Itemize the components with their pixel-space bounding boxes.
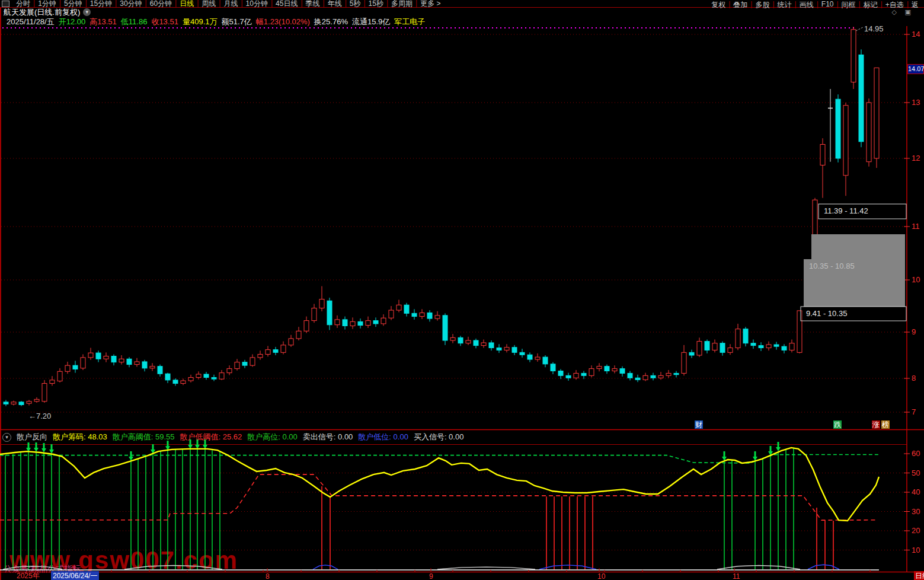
chart-tag-财[interactable]: 财 [695,420,703,429]
date-axis-row: 2025年2025/06/24/一891011日线 [0,572,924,580]
price-axis-label: 13 [912,98,920,107]
price-axis-label: 9 [912,327,916,336]
quote-field: 军工电子 [394,17,425,27]
chevron-down-icon[interactable]: ▾ [83,8,91,16]
chart-tag-涨[interactable]: 涨 [872,420,880,429]
chart-tag-榜[interactable]: 榜 [881,420,890,429]
indicator-value: 卖出信号: 0.00 [303,432,353,442]
indicator-axis-label: 30 [912,507,920,516]
quote-field: 量409.1万 [183,17,218,27]
quote-field: 2025/11/28/五 [7,17,55,27]
indicator-value: 散户低位: 0.00 [358,432,408,442]
quote-info-row: 2025/11/28/五开12.00高13.51低11.86收13.51量409… [0,17,924,26]
indicator-axis-label: 20 [912,526,920,535]
collapse-icon[interactable]: ▾ [2,433,11,442]
indicator-header: ▾ 散户反向散户筹码: 48.03散户高阈值: 59.55散户低阈值: 25.6… [0,431,924,443]
price-axis-label: 14 [912,30,920,39]
chart-tag-跌[interactable]: 跌 [833,420,842,429]
indicator-axis-label: 40 [912,487,920,496]
gap-range-label: 10.35 - 10.85 [809,262,855,270]
period-menubar: 分时|1分钟|5分钟|15分钟|30分钟|60分钟|日线|周线|月线|10分钟|… [0,0,924,8]
indicator-axis-label: 50 [912,469,920,477]
gap-range-label: 11.39 - 11.42 [824,206,868,215]
quote-field: 高13.51 [89,17,117,27]
date-axis-month: 10 [597,572,605,580]
price-axis-label: 8 [912,374,916,383]
indicator-value: 散户筹码: 48.03 [53,432,107,442]
indicator-value: 散户高阈值: 59.55 [113,432,175,442]
indicator-axis-label: 60 [912,449,920,458]
price-axis-label: 11 [912,222,920,231]
quote-field: 低11.86 [121,17,148,27]
indicator-name[interactable]: 散户反向 [17,432,47,442]
date-axis-year: 2025年 [17,571,40,580]
app-window: { "menu": { "left": ["分时","1分钟","5分钟","1… [0,0,924,580]
last-price-box: 14.07 [907,64,924,74]
quote-field: 流通15.9亿 [352,17,390,27]
date-axis-month: 8 [266,572,270,580]
price-axis-label: 10 [912,275,920,284]
window-icon[interactable] [2,1,9,7]
price-axis-label: 12 [912,154,920,162]
price-axis-label: 7 [912,407,916,416]
quote-field: 收13.51 [151,17,178,27]
indicator-value: 散户低阈值: 25.62 [180,432,242,442]
gap-range-label: 9.41 - 10.35 [806,309,847,318]
chart-canvas[interactable] [0,0,924,580]
diamond-icon[interactable]: ◇ [892,8,897,16]
indicator-axis-label: 10 [912,546,920,554]
quote-field: 幅1.23(10.02%) [256,17,310,27]
title-row: 航天发展(日线.前复权) ▾ ◇ ▣ [0,8,924,17]
period-tab[interactable]: 日线 [914,571,924,580]
date-axis-month: 9 [429,572,433,580]
quote-field: 额51.7亿 [221,17,251,27]
quote-field: 开12.00 [59,17,86,27]
quote-field: 换25.76% [314,17,348,27]
indicator-value: 买入信号: 0.00 [414,432,464,442]
indicator-value: 散户高位: 0.00 [247,432,298,442]
split-window-icon[interactable]: ▣ [905,8,911,16]
low-annotation: ←7.20 [28,412,51,420]
date-axis-selected[interactable]: 2025/06/24/一 [51,571,99,580]
date-axis-month: 11 [733,572,740,580]
